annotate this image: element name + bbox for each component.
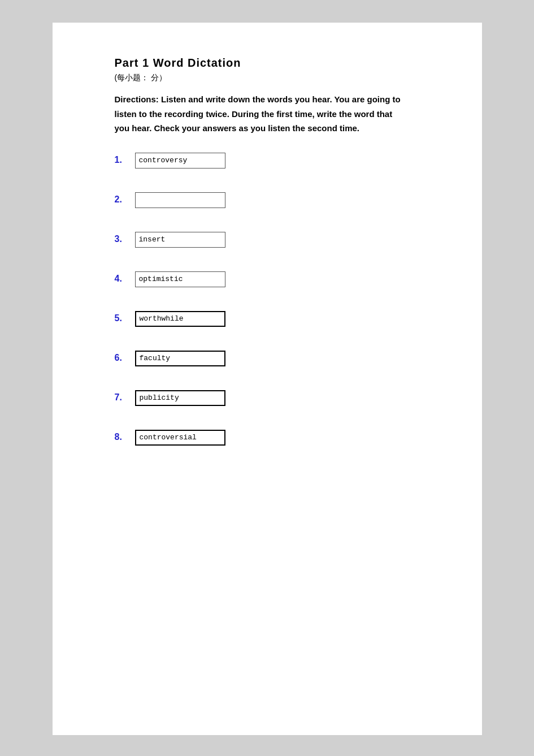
- question-number-3: 3.: [115, 232, 135, 244]
- page-container: Part 1 Word Dictation (每小题： 分） Direction…: [53, 23, 482, 735]
- list-item: 3.: [115, 232, 437, 248]
- answer-input-1[interactable]: [135, 153, 225, 169]
- question-number-2: 2.: [115, 192, 135, 205]
- list-item: 8.: [115, 430, 437, 446]
- list-item: 5.: [115, 311, 437, 327]
- list-item: 4.: [115, 271, 437, 287]
- answer-input-4[interactable]: [135, 271, 225, 287]
- list-item: 1.: [115, 153, 437, 169]
- answer-input-8[interactable]: [135, 430, 225, 446]
- question-number-5: 5.: [115, 311, 135, 323]
- list-item: 2.: [115, 192, 437, 208]
- answer-input-5[interactable]: [135, 311, 225, 327]
- list-item: 6.: [115, 351, 437, 366]
- question-number-4: 4.: [115, 271, 135, 284]
- question-list: 1.2.3.4.5.6.7.8.: [115, 153, 437, 446]
- part-title: Part 1 Word Dictation: [115, 57, 437, 70]
- directions-text: Directions: Listen and write down the wo…: [115, 92, 409, 136]
- question-number-8: 8.: [115, 430, 135, 442]
- answer-input-7[interactable]: [135, 390, 225, 406]
- answer-input-3[interactable]: [135, 232, 225, 248]
- subtitle: (每小题： 分）: [115, 73, 437, 83]
- answer-input-6[interactable]: [135, 351, 225, 366]
- question-number-7: 7.: [115, 390, 135, 403]
- answer-input-2[interactable]: [135, 192, 225, 208]
- question-number-6: 6.: [115, 351, 135, 363]
- question-number-1: 1.: [115, 153, 135, 165]
- list-item: 7.: [115, 390, 437, 406]
